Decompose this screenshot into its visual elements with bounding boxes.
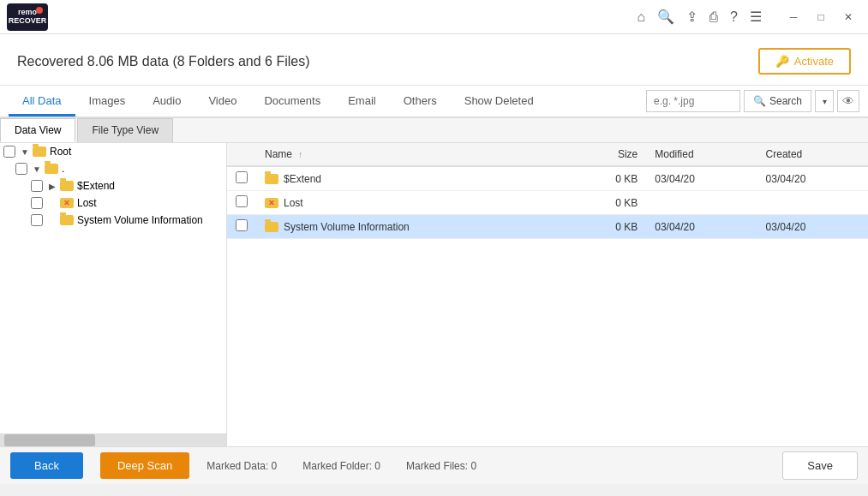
marked-files-status: Marked Files: 0: [406, 460, 476, 472]
sub-tabs: Data View File Type View: [0, 118, 868, 143]
marked-data-status: Marked Data: 0: [207, 460, 277, 472]
content-area: Data View File Type View ▼ Root ▼ .: [0, 118, 868, 446]
row-created-extend: 03/04/20: [757, 166, 868, 191]
col-size: Size: [570, 143, 646, 166]
title-bar-left: remo RECOVER: [7, 3, 48, 31]
folder-icon-root: [33, 146, 46, 157]
tree-checkbox-extend[interactable]: [31, 180, 43, 192]
sub-tab-data-view[interactable]: Data View: [0, 118, 75, 142]
search-icon[interactable]: 🔍: [657, 9, 674, 25]
status-items: Marked Data: 0 Marked Folder: 0 Marked F…: [207, 460, 765, 472]
row-folder-icon-extend: [265, 174, 278, 184]
search-button[interactable]: 🔍 Search: [744, 90, 811, 112]
row-modified-extend: 03/04/20: [646, 166, 757, 191]
sub-tab-file-type-view[interactable]: File Type View: [77, 118, 173, 142]
row-name-extend: $Extend: [256, 166, 570, 191]
tab-audio[interactable]: Audio: [139, 87, 195, 117]
tab-show-deleted[interactable]: Show Deleted: [451, 87, 548, 117]
folder-icon-dot: [45, 164, 58, 174]
main-content: ▼ Root ▼ . ▶ $Extend: [0, 143, 868, 446]
tab-email[interactable]: Email: [334, 87, 390, 117]
row-created-lost: [757, 191, 868, 215]
tree-label-lost: Lost: [77, 197, 97, 209]
tree-label-dot: .: [62, 163, 64, 175]
tree-expand-extend[interactable]: ▶: [46, 180, 58, 192]
menu-icon[interactable]: ☰: [750, 9, 762, 25]
left-panel-scrollbar[interactable]: [0, 433, 226, 446]
tree-checkbox-svi[interactable]: [31, 214, 43, 226]
tree-item-svi[interactable]: System Volume Information: [0, 212, 226, 229]
search-dropdown[interactable]: ▾: [815, 90, 834, 112]
row-size-lost: 0 KB: [570, 191, 646, 215]
close-button[interactable]: ✕: [835, 5, 861, 29]
row-checkbox-lost[interactable]: [236, 195, 248, 207]
tree-item-dot[interactable]: ▼ .: [0, 160, 226, 177]
tree-label-root: Root: [50, 146, 71, 158]
row-checkbox-svi[interactable]: [236, 219, 248, 231]
left-panel: ▼ Root ▼ . ▶ $Extend: [0, 143, 227, 433]
right-panel: Name ↑ Size Modified Created: [227, 143, 868, 446]
col-created: Created: [757, 143, 868, 166]
bookmark-icon[interactable]: ⎙: [709, 9, 718, 25]
left-panel-container: ▼ Root ▼ . ▶ $Extend: [0, 143, 227, 446]
tab-images[interactable]: Images: [75, 87, 140, 117]
search-btn-icon: 🔍: [753, 95, 766, 107]
table-row[interactable]: ✕ Lost 0 KB: [227, 191, 868, 215]
header-title: Recovered 8.06 MB data (8 Folders and 6 …: [17, 54, 310, 69]
tree-expand-dot[interactable]: ▼: [31, 163, 43, 175]
tab-documents[interactable]: Documents: [250, 87, 334, 117]
row-name-svi: System Volume Information: [256, 215, 570, 239]
tree-item-root[interactable]: ▼ Root: [0, 143, 226, 160]
activate-button[interactable]: 🔑 Activate: [758, 48, 851, 75]
row-checkbox-cell-lost: [227, 191, 256, 215]
tree-expand-svi: [46, 214, 58, 226]
folder-icon-svi: [60, 215, 74, 225]
row-name-lost: ✕ Lost: [256, 191, 570, 215]
tree-checkbox-lost[interactable]: [31, 197, 43, 209]
tree-expand-root[interactable]: ▼: [19, 146, 31, 158]
save-button[interactable]: Save: [782, 451, 858, 480]
row-modified-svi: 03/04/20: [646, 215, 757, 239]
col-checkbox: [227, 143, 256, 166]
tree-checkbox-dot[interactable]: [15, 163, 27, 175]
row-checkbox-cell-svi: [227, 215, 256, 239]
table-row[interactable]: $Extend 0 KB 03/04/20 03/04/20: [227, 166, 868, 191]
help-icon[interactable]: ?: [730, 9, 738, 25]
deepscan-button[interactable]: Deep Scan: [100, 452, 189, 479]
tree-expand-lost: [46, 197, 58, 209]
tab-video[interactable]: Video: [195, 87, 250, 117]
logo-dot: [36, 7, 43, 14]
search-area: 🔍 Search ▾ 👁: [646, 90, 859, 112]
window-controls: ─ □ ✕: [781, 5, 861, 29]
tree-checkbox-root[interactable]: [3, 146, 15, 158]
search-input[interactable]: [646, 90, 740, 112]
row-checkbox-extend[interactable]: [236, 171, 248, 183]
back-button[interactable]: Back: [10, 452, 83, 479]
col-name[interactable]: Name ↑: [256, 143, 570, 166]
table-header-row: Name ↑ Size Modified Created: [227, 143, 868, 166]
eye-button[interactable]: 👁: [837, 90, 859, 112]
sort-arrow-name: ↑: [298, 150, 302, 159]
tab-bar: All Data Images Audio Video Documents Em…: [0, 86, 868, 118]
share-icon[interactable]: ⇪: [686, 9, 697, 25]
col-modified: Modified: [646, 143, 757, 166]
row-created-svi: 03/04/20: [757, 215, 868, 239]
table-row[interactable]: System Volume Information 0 KB 03/04/20 …: [227, 215, 868, 239]
row-modified-lost: [646, 191, 757, 215]
app-logo: remo RECOVER: [7, 3, 48, 31]
tree-item-extend[interactable]: ▶ $Extend: [0, 177, 226, 194]
tree-label-extend: $Extend: [77, 180, 115, 192]
file-table: Name ↑ Size Modified Created: [227, 143, 868, 239]
tree-item-lost[interactable]: ✕ Lost: [0, 194, 226, 212]
tab-others[interactable]: Others: [390, 87, 451, 117]
folder-icon-extend: [60, 181, 74, 191]
row-folder-icon-svi: [265, 222, 278, 232]
tab-all-data[interactable]: All Data: [9, 87, 75, 117]
row-checkbox-cell-extend: [227, 166, 256, 191]
maximize-button[interactable]: □: [808, 5, 834, 29]
minimize-button[interactable]: ─: [781, 5, 806, 29]
home-icon[interactable]: ⌂: [637, 9, 645, 25]
row-size-extend: 0 KB: [570, 166, 646, 191]
folder-icon-lost: ✕: [60, 198, 74, 208]
marked-folder-status: Marked Folder: 0: [302, 460, 380, 472]
